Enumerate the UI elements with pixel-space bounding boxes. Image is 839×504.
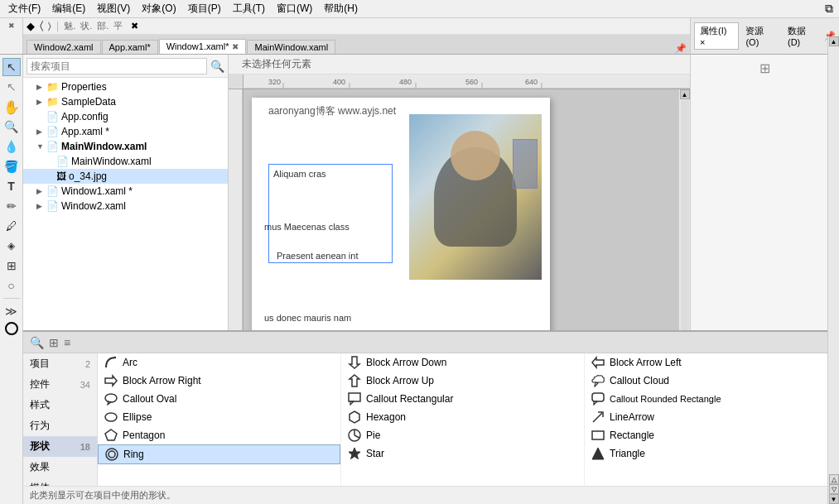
menu-object[interactable]: 对象(O) xyxy=(137,0,181,17)
menu-project[interactable]: 项目(P) xyxy=(183,0,226,17)
tool-circle-shape[interactable] xyxy=(5,322,18,335)
shape-star[interactable]: Star xyxy=(341,444,584,463)
shape-callout-cloud[interactable]: Callout Cloud xyxy=(585,372,827,390)
canvas-page: aaronyang博客 www.ayjs.net Aliqua xyxy=(252,98,550,362)
shape-hexagon[interactable]: Hexagon xyxy=(341,408,584,426)
block-arrow-left-icon xyxy=(591,356,605,369)
tree-item-window2[interactable]: ▶ 📄 Window2.xaml xyxy=(23,199,228,214)
tree-item-sampledata[interactable]: ▶ 📁 SampleData xyxy=(23,94,228,109)
right-scroll-down[interactable]: ▼ xyxy=(829,494,839,504)
tab-app[interactable]: App.xaml* xyxy=(102,40,158,54)
tool-path[interactable]: ✏ xyxy=(2,197,21,215)
shape-callout-oval[interactable]: Callout Oval xyxy=(98,390,340,408)
folder-icon: 📁 xyxy=(46,96,59,108)
tree-item-mainwindow[interactable]: ▼ 📄 MainWindow.xaml xyxy=(23,139,228,154)
tool-shape[interactable]: ○ xyxy=(2,276,21,295)
tool-eyedropper[interactable]: 💧 xyxy=(2,137,21,156)
menu-window[interactable]: 窗口(W) xyxy=(272,0,317,17)
block-arrow-up-icon xyxy=(348,374,361,387)
shape-block-arrow-down[interactable]: Block Arrow Down xyxy=(341,353,584,372)
selection-box: Aliquam cras xyxy=(268,164,393,263)
search-icon[interactable]: 🔍 xyxy=(210,60,224,73)
tab-pin-icon[interactable]: 📌 xyxy=(675,43,687,54)
shape-block-arrow-right[interactable]: Block Arrow Right xyxy=(98,372,340,390)
right-tab-properties[interactable]: 属性(I) × xyxy=(694,22,739,50)
svg-rect-33 xyxy=(592,431,604,439)
shape-menu-footer: 此类别显示可在项目中使用的形状。 xyxy=(23,486,827,504)
menu-file[interactable]: 文件(F) xyxy=(3,0,46,17)
tree-item-mainwindow-xaml[interactable]: 📄 MainWindow.xaml xyxy=(23,154,228,169)
tool-node[interactable]: ◈ xyxy=(2,237,21,255)
tool-paint-bucket[interactable]: 🪣 xyxy=(2,157,21,175)
right-scrollbar[interactable]: ▲ △ ▽ ▼ xyxy=(827,55,839,504)
tool-pen[interactable]: 🖊 xyxy=(2,217,21,235)
toolbar-icon-2[interactable]: 〈 xyxy=(40,19,43,32)
shape-arc[interactable]: Arc xyxy=(98,353,340,372)
shapes-col-2: Block Arrow Down Block Arrow Up Callout … xyxy=(341,353,585,486)
menu-help[interactable]: 帮助(H) xyxy=(319,0,363,17)
properties-icon[interactable]: ⊞ xyxy=(756,59,774,78)
shape-ring[interactable]: Ring xyxy=(98,444,340,464)
search-input[interactable] xyxy=(27,58,207,74)
menu-view[interactable]: 视图(V) xyxy=(92,0,135,17)
close-toolbar[interactable]: ✖ xyxy=(131,21,138,31)
rectangle-icon xyxy=(591,429,605,442)
tree-item-appconfig[interactable]: 📄 App.config xyxy=(23,109,228,124)
tab-window2[interactable]: Window2.xaml xyxy=(27,40,101,54)
menu-tools[interactable]: 工具(T) xyxy=(228,0,270,17)
tool-zoom[interactable]: 🔍 xyxy=(2,118,21,136)
tool-direct-select[interactable]: ↖ xyxy=(2,78,21,96)
tab-window1[interactable]: Window1.xaml* ✖ xyxy=(159,39,247,54)
tool-assets[interactable]: ≫ xyxy=(2,302,21,320)
shape-block-arrow-left[interactable]: Block Arrow Left xyxy=(585,353,827,372)
nav-item-controls[interactable]: 控件 34 xyxy=(23,374,97,395)
nav-item-behaviors[interactable]: 行为 xyxy=(23,415,97,436)
nav-item-effects[interactable]: 效果 xyxy=(23,457,97,478)
toolbar-label-4: 平 xyxy=(113,20,123,32)
footer-text: 此类别显示可在项目中使用的形状。 xyxy=(30,489,176,502)
nav-item-shapes[interactable]: 形状 18 xyxy=(23,436,97,457)
toolbar-icon-1[interactable]: ◆ xyxy=(27,20,35,32)
grid-view-icon[interactable]: ⊞ xyxy=(49,336,59,349)
restore-icon[interactable]: ⧉ xyxy=(822,2,836,16)
svg-marker-23 xyxy=(350,411,359,423)
tool-select[interactable]: ↖ xyxy=(2,58,21,76)
shape-callout-rect[interactable]: Callout Rectangular xyxy=(341,390,584,408)
tool-text[interactable]: T xyxy=(2,177,21,195)
left-toolbar: ↖ ↖ ✋ 🔍 💧 🪣 T ✏ 🖊 ◈ ⊞ ○ ≫ xyxy=(0,55,23,504)
tool-pan[interactable]: ✋ xyxy=(2,98,21,116)
menu-edit[interactable]: 编辑(E) xyxy=(47,0,90,17)
tab-close-window1[interactable]: ✖ xyxy=(232,42,239,51)
shape-linearrow[interactable]: LineArrow xyxy=(585,408,827,426)
search-shapes-icon[interactable]: 🔍 xyxy=(30,336,44,349)
shape-callout-rounded[interactable]: Callout Rounded Rectangle xyxy=(585,390,827,408)
tree-item-appxaml[interactable]: ▶ 📄 App.xaml * xyxy=(23,124,228,139)
list-view-icon[interactable]: ≡ xyxy=(64,336,70,349)
shape-block-arrow-up[interactable]: Block Arrow Up xyxy=(341,372,584,390)
nav-item-media[interactable]: 媒体 xyxy=(23,478,97,486)
right-tab-data[interactable]: 数据(D) xyxy=(783,23,822,49)
menu-bar: 文件(F) 编辑(E) 视图(V) 对象(O) 项目(P) 工具(T) 窗口(W… xyxy=(0,0,839,18)
right-tab-resources[interactable]: 资源(O) xyxy=(740,23,781,49)
nav-item-styles[interactable]: 样式 xyxy=(23,395,97,415)
svg-marker-27 xyxy=(349,448,360,459)
tree-item-properties[interactable]: ▶ 📁 Properties xyxy=(23,79,228,94)
svg-marker-34 xyxy=(592,448,604,459)
pentagon-icon xyxy=(104,429,118,442)
shape-rectangle[interactable]: Rectangle xyxy=(585,426,827,444)
tree-item-o34jpg[interactable]: 🖼 o_34.jpg xyxy=(23,169,228,184)
tab-mainwindow[interactable]: MainWindow.xaml xyxy=(247,40,335,54)
file-icon: 📄 xyxy=(46,200,59,212)
nav-item-project[interactable]: 项目 2 xyxy=(23,353,97,374)
canvas-photo xyxy=(409,114,542,280)
shape-triangle[interactable]: Triangle xyxy=(585,444,827,463)
shape-pentagon[interactable]: Pentagon xyxy=(98,426,340,444)
toolbar-icon-3[interactable]: 〉 xyxy=(48,21,51,31)
shape-pie[interactable]: Pie xyxy=(341,426,584,444)
tree-item-window1[interactable]: ▶ 📄 Window1.xaml * xyxy=(23,184,228,199)
shape-ellipse[interactable]: Ellipse xyxy=(98,408,340,426)
scroll-up-btn[interactable]: ▲ xyxy=(680,89,690,99)
tool-grid[interactable]: ⊞ xyxy=(2,257,21,275)
svg-marker-12 xyxy=(105,376,117,386)
svg-marker-16 xyxy=(105,430,117,440)
